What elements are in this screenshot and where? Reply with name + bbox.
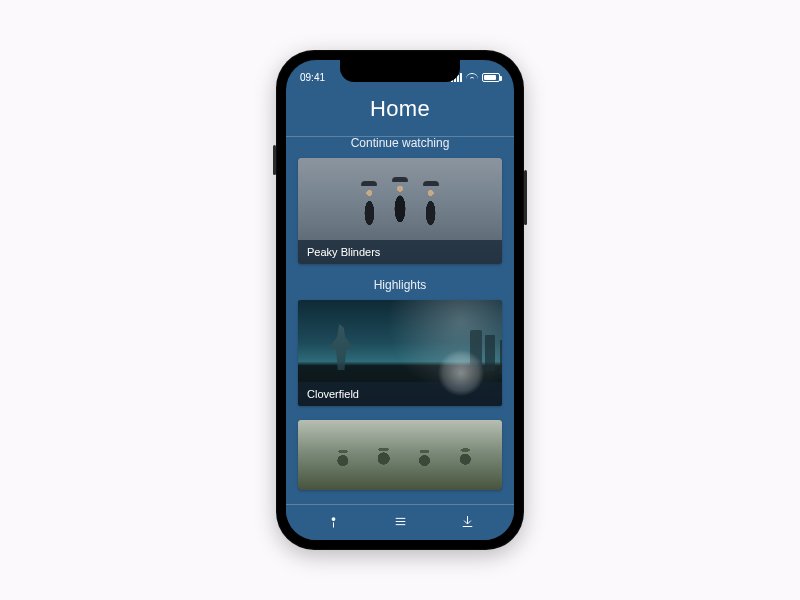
section-continue-watching: Continue watching Peaky Blinders (298, 136, 502, 264)
device-notch (340, 60, 460, 82)
nav-menu-button[interactable] (380, 505, 420, 541)
card-title: Peaky Blinders (298, 240, 502, 264)
section-title-continue: Continue watching (298, 136, 502, 150)
nav-downloads-button[interactable] (447, 505, 487, 541)
thumbnail-war (298, 420, 502, 490)
page-title: Home (286, 96, 514, 122)
app-header: Home (286, 88, 514, 136)
content-scroll[interactable]: Continue watching Peaky Blinders Highlig… (286, 134, 514, 504)
highlight-card-next[interactable] (298, 420, 502, 490)
svg-point-0 (331, 517, 335, 521)
continue-card-peaky-blinders[interactable]: Peaky Blinders (298, 158, 502, 264)
nav-home-button[interactable] (313, 505, 353, 541)
download-icon (460, 514, 475, 532)
highlight-card-cloverfield[interactable]: Cloverfield (298, 300, 502, 406)
menu-icon (393, 514, 408, 532)
phone-frame: 09:41 Home Continue watching Peaky Blind… (276, 50, 524, 550)
app-screen: 09:41 Home Continue watching Peaky Blind… (286, 60, 514, 540)
wifi-icon (466, 73, 478, 82)
bottom-nav (286, 504, 514, 540)
card-title: Cloverfield (298, 382, 502, 406)
home-dot-icon (326, 514, 341, 532)
status-time: 09:41 (300, 72, 325, 83)
section-highlights: Highlights Cloverfield (298, 278, 502, 490)
battery-icon (482, 73, 500, 82)
section-title-highlights: Highlights (298, 278, 502, 292)
